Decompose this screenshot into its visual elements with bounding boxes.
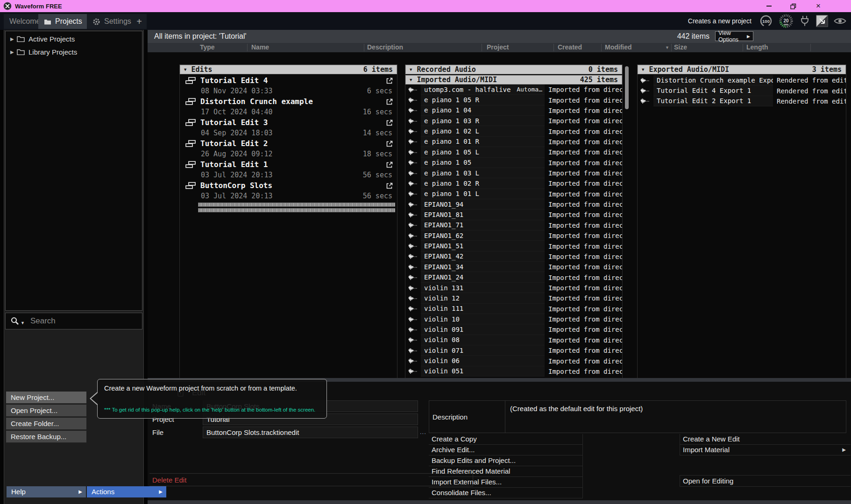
- audio-list-item[interactable]: e piano 1 02 R Imported from directory: [405, 178, 622, 189]
- open-edit-icon[interactable]: [386, 119, 393, 126]
- tree-item-library-projects[interactable]: ▶ Library Projects: [6, 46, 142, 57]
- close-button[interactable]: ×: [809, 0, 828, 12]
- open-edit-icon[interactable]: [386, 182, 393, 189]
- menu-item[interactable]: Consolidate Files...: [429, 488, 582, 498]
- create-new-edit-button[interactable]: Create a New Edit: [680, 434, 851, 445]
- help-button[interactable]: Help ▶: [7, 486, 86, 497]
- waveform-icon: [408, 253, 418, 260]
- level-meter-gauge-icon[interactable]: 20: [779, 14, 794, 28]
- menu-item[interactable]: Create a Copy: [429, 434, 582, 445]
- column-modified[interactable]: Modified: [605, 43, 632, 51]
- audio-list-item[interactable]: Tutorial Edit 2 Export 1 Rendered from e…: [638, 96, 846, 106]
- column-description[interactable]: Description: [367, 43, 403, 51]
- delete-edit-button[interactable]: Delete Edit: [149, 473, 473, 486]
- actions-button[interactable]: Actions ▶: [87, 486, 166, 497]
- audio-list-item[interactable]: EPIANO1_24 Imported from directory: [405, 272, 622, 282]
- audio-list-item[interactable]: violin 051 Imported from directory: [405, 366, 622, 377]
- audio-list-item[interactable]: e piano 1 05 R Imported from directory: [405, 95, 622, 105]
- column-size[interactable]: Size: [674, 43, 687, 51]
- audio-list-item[interactable]: violin 131 Imported from directory: [405, 283, 622, 293]
- open-edit-icon[interactable]: [386, 98, 393, 105]
- column-created[interactable]: Created: [558, 43, 582, 51]
- audio-list-item[interactable]: Distortion Crunch example Expo… Rendered…: [638, 75, 846, 85]
- tab-projects[interactable]: Projects: [38, 14, 88, 29]
- audio-list-item[interactable]: violin 08 Imported from directory: [405, 335, 622, 345]
- scrollbar-thumb[interactable]: [625, 66, 629, 109]
- description-field[interactable]: (Created as the default edit for this pr…: [505, 400, 846, 433]
- open-edit-icon[interactable]: [386, 77, 393, 84]
- edit-list-item[interactable]: Distortion Crunch example 17 Oct 2024 04…: [180, 96, 397, 117]
- collapse-triangle-icon[interactable]: ▼: [410, 77, 412, 82]
- file-field[interactable]: ButtonCorp Slots.tracktionedit: [203, 427, 418, 438]
- file-more-button[interactable]: ...: [420, 428, 426, 435]
- import-material-button[interactable]: Import Material ▶: [680, 445, 851, 455]
- scrollbar[interactable]: [624, 65, 630, 378]
- audio-list-item[interactable]: e piano 1 05 Imported from directory: [405, 158, 622, 168]
- audio-list-item[interactable]: EPIANO1_42 Imported from directory: [405, 252, 622, 262]
- audio-list-item[interactable]: violin 071 Imported from directory: [405, 345, 622, 356]
- audio-list-item[interactable]: utomp3.com - halfalive Automa… Imported …: [405, 84, 622, 95]
- tab-settings[interactable]: Settings: [87, 14, 137, 29]
- cpu-gauge-icon[interactable]: 100: [759, 14, 773, 28]
- view-options-button[interactable]: View Options ▶: [715, 31, 753, 41]
- column-length[interactable]: Length: [746, 43, 768, 51]
- edit-list-item[interactable]: Tutorial Edit 2 26 Aug 2024 09:12 18 sec…: [180, 138, 397, 159]
- audio-list-item[interactable]: violin 12 Imported from directory: [405, 293, 622, 303]
- horizontal-splitter[interactable]: [148, 500, 851, 504]
- open-for-editing-button[interactable]: Open for Editing: [680, 475, 851, 487]
- imported-audio-header[interactable]: ▼ Imported Audio/MIDI 425 items: [405, 75, 622, 84]
- edits-panel-header[interactable]: ▼ Edits 6 items: [180, 65, 397, 74]
- open-edit-icon[interactable]: [386, 161, 393, 168]
- edit-list-item[interactable]: ButtonCorp Slots 03 Jul 2024 20:13 56 se…: [180, 180, 397, 201]
- restore-backup-button[interactable]: Restore Backup...: [6, 431, 86, 443]
- audio-list-item[interactable]: e piano 1 02 L Imported from directory: [405, 126, 622, 136]
- new-project-button[interactable]: New Project...: [6, 392, 86, 404]
- edit-list-item[interactable]: Tutorial Edit 4 08 Nov 2024 03:33 6 secs: [180, 75, 397, 96]
- plugin-plug-icon[interactable]: [799, 15, 810, 27]
- menu-item[interactable]: Archive Edit...: [429, 445, 582, 455]
- search-input[interactable]: ▼ Search: [5, 313, 142, 329]
- audio-list-item[interactable]: EPIANO1_34 Imported from directory: [405, 262, 622, 272]
- audio-list-item[interactable]: e piano 1 01 R Imported from directory: [405, 137, 622, 147]
- maximize-button[interactable]: [784, 0, 802, 12]
- audio-list-item[interactable]: e piano 1 01 L Imported from directory: [405, 189, 622, 199]
- search-options-caret-icon[interactable]: ▼: [21, 321, 25, 325]
- audio-list-item[interactable]: e piano 1 05 L Imported from directory: [405, 147, 622, 157]
- audio-list-item[interactable]: e piano 1 03 L Imported from directory: [405, 168, 622, 178]
- audio-list-item[interactable]: EPIANO1_81 Imported from directory: [405, 210, 622, 220]
- audio-list-item[interactable]: e piano 1 04 Imported from directory: [405, 105, 622, 116]
- exported-audio-header[interactable]: ▼ Exported Audio/MIDI 3 items: [638, 65, 846, 74]
- collapse-triangle-icon[interactable]: ▼: [410, 67, 412, 72]
- resize-window-icon[interactable]: [816, 15, 828, 27]
- audio-list-item[interactable]: EPIANO1_71 Imported from directory: [405, 220, 622, 231]
- collapse-triangle-icon[interactable]: ▼: [642, 67, 644, 72]
- open-edit-icon[interactable]: [386, 140, 393, 147]
- audio-list-item[interactable]: EPIANO1_51 Imported from directory: [405, 241, 622, 251]
- expand-arrow-icon[interactable]: ▶: [10, 36, 17, 42]
- audio-list-item[interactable]: violin 111 Imported from directory: [405, 304, 622, 314]
- open-project-button[interactable]: Open Project...: [6, 405, 86, 417]
- collapse-triangle-icon[interactable]: ▼: [184, 67, 186, 72]
- column-project[interactable]: Project: [487, 43, 509, 51]
- menu-item[interactable]: Backup Edits and Project...: [429, 455, 582, 466]
- edit-list-item[interactable]: Tutorial Edit 3 04 Sep 2024 18:03 14 sec…: [180, 117, 397, 138]
- tree-item-active-projects[interactable]: ▶ Active Projects: [6, 33, 142, 44]
- audio-list-item[interactable]: e piano 1 03 R Imported from directory: [405, 116, 622, 126]
- eye-icon[interactable]: [834, 17, 846, 25]
- menu-item[interactable]: Find Referenced Material: [429, 466, 582, 477]
- create-folder-button[interactable]: Create Folder...: [6, 418, 86, 430]
- audio-list-item[interactable]: EPIANO1_62 Imported from directory: [405, 231, 622, 241]
- menu-item[interactable]: Import External Files...: [429, 477, 582, 488]
- column-name[interactable]: Name: [251, 43, 269, 51]
- minimize-button[interactable]: [759, 0, 778, 12]
- audio-list-item[interactable]: Tutorial Edit 4 Export 1 Rendered from e…: [638, 85, 846, 96]
- recorded-audio-header[interactable]: ▼ Recorded Audio 0 items: [405, 65, 622, 74]
- audio-list-item[interactable]: violin 10 Imported from directory: [405, 314, 622, 324]
- expand-arrow-icon[interactable]: ▶: [10, 49, 17, 55]
- edit-list-item[interactable]: Tutorial Edit 1 03 Jul 2024 20:13 56 sec…: [180, 159, 397, 180]
- column-type[interactable]: Type: [200, 43, 215, 51]
- new-tab-button[interactable]: +: [132, 14, 147, 29]
- audio-list-item[interactable]: violin 06 Imported from directory: [405, 356, 622, 366]
- audio-list-item[interactable]: EPIANO1_94 Imported from directory: [405, 199, 622, 210]
- audio-list-item[interactable]: violin 091 Imported from directory: [405, 324, 622, 335]
